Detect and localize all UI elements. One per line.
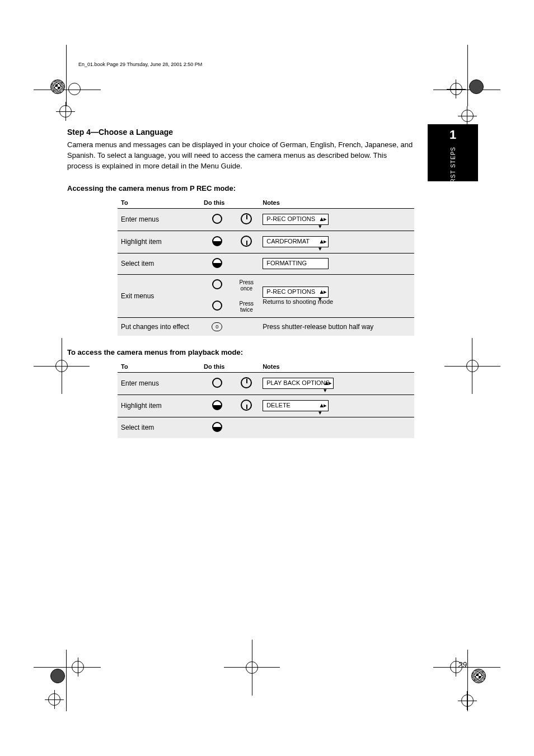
subheading: Accessing the camera menus from P REC mo… [67,184,414,192]
crop-mark [458,701,477,701]
blank [233,253,259,274]
col-do: Do this [200,361,259,373]
subheading: To access the camera menus from playback… [67,348,414,356]
lcd-text: CARDFORMAT [266,238,310,245]
func-button-icon [200,372,233,395]
crop-mark [65,102,66,121]
registration-target-icon [246,661,258,674]
doc-header: En_01.book Page 29 Thursday, June 28, 20… [78,62,202,67]
options-table-1: To Do this Notes Enter menus P-REC OPTIO… [118,197,414,336]
col-do: Do this [200,197,259,209]
row-label: Select item [118,417,200,438]
row-note: DELETE ▲▸▾ [259,395,414,417]
col-to: To [118,197,200,209]
thumb-tab: 1 FIRST STEPS [428,124,478,181]
intro-paragraph: Camera menus and messages can be display… [67,140,414,172]
row-note [259,417,414,438]
press-once-label: Press once [233,274,259,296]
section-heading: Step 4—Choose a Language [67,128,414,137]
lcd-display: FORMATTING [263,258,329,269]
lcd-display: P-REC OPTIONS ▲▸▾ [263,214,329,225]
lcd-display: P-REC OPTIONS ▲▸▾ [263,287,329,298]
shutter-oval: 0 [212,322,222,331]
func-button-icon [200,208,233,231]
row-label: Put changes into effect [118,317,200,336]
row-note: P-REC OPTIONS ▲▸▾ [259,208,414,231]
thumb-tab-number: 1 [428,128,478,142]
nav-arrows-icon: ▲▸▾ [318,238,326,252]
page-number: 29 [458,660,467,669]
col-notes: Notes [259,361,414,373]
registration-target-icon [68,83,81,95]
blank [233,417,259,438]
crop-mark [34,667,101,668]
row-note: CARDFORMAT ▲▸▾ [259,231,414,253]
registration-target-icon [466,360,479,372]
crop-mark [78,658,78,677]
func-button-icon [200,395,233,417]
func-button-icon [200,231,233,253]
blank [233,317,259,336]
row-note: FORMATTING [259,253,414,274]
col-notes: Notes [259,197,414,209]
crop-mark [433,90,500,90]
command-dial-icon [233,372,259,395]
crop-mark [66,650,67,711]
row-label: Exit menus [118,274,200,317]
command-dial-icon [233,395,259,417]
shutter-button-icon: 0 [200,317,233,336]
lcd-text: PLAY BACK OPTIONS [266,379,330,386]
func-button-icon [200,253,233,274]
crop-mark [467,45,468,106]
row-note: P-REC OPTIONS ▲▸▾ Returns to shooting mo… [259,274,414,317]
lcd-display: PLAY BACK OPTIONS ▲▸▾ [263,378,334,389]
nav-arrows-icon: ▲▸▾ [318,402,326,416]
crop-mark [34,90,101,90]
registration-target-icon [55,360,68,372]
row-label: Enter menus [118,372,200,395]
options-table-2: To Do this Notes Enter menus PLAY BACK O… [118,361,414,438]
crop-mark [456,79,456,98]
nav-arrows-icon: ▲▸▾ [318,288,326,303]
crop-mark [467,691,467,710]
lcd-display: DELETE ▲▸▾ [263,400,329,411]
thumb-tab-label: FIRST STEPS [450,147,456,189]
crop-mark [456,658,456,677]
nav-arrows-icon: ▲▸▾ [324,379,331,394]
crop-mark [458,116,477,116]
press-twice-label: Press twice [233,296,259,318]
func-button-icon [200,274,233,296]
lcd-text: P-REC OPTIONS [266,215,315,222]
crop-mark [54,690,55,709]
registration-dot-icon [469,79,484,94]
nav-arrows-icon: ▲▸▾ [318,215,326,230]
lcd-text: P-REC OPTIONS [266,288,315,295]
crop-mark [433,667,500,668]
row-label: Highlight item [118,395,200,417]
lcd-text: FORMATTING [266,260,307,266]
command-dial-icon [233,208,259,231]
col-to: To [118,361,200,373]
crop-mark [447,89,466,90]
row-note: Press shutter-release button half way [259,317,414,336]
row-label: Select item [118,253,200,274]
row-note: PLAY BACK OPTIONS ▲▸▾ [259,372,414,395]
page-content: Step 4—Choose a Language Camera menus an… [67,128,414,438]
lcd-text: DELETE [266,402,291,408]
func-button-icon [200,417,233,438]
registration-dot-icon [50,669,65,683]
crop-mark [467,106,467,125]
registration-dot-icon [50,79,65,94]
lcd-display: CARDFORMAT ▲▸▾ [263,236,329,247]
crop-mark [66,45,67,106]
command-dial-icon [233,231,259,253]
registration-dot-icon [471,669,486,683]
row-label: Highlight item [118,231,200,253]
row-label: Enter menus [118,208,200,231]
func-button-icon [200,296,233,318]
